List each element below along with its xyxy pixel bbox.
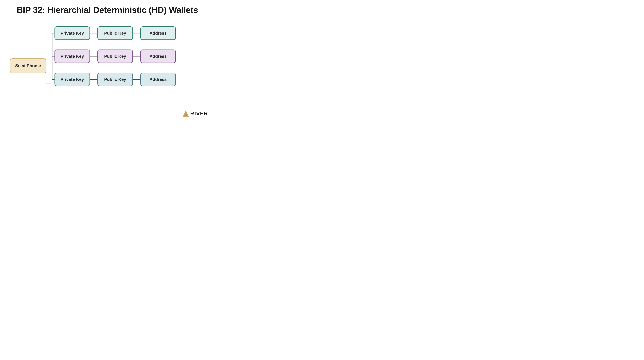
row1-address: Address (140, 26, 176, 40)
row3-private-key: Private Key (54, 73, 90, 86)
row1-private-key: Private Key (54, 26, 90, 40)
row3-public-key: Public Key (98, 73, 133, 86)
row2-private-key: Private Key (54, 49, 90, 63)
river-triangle-icon (183, 110, 189, 117)
row2-address: Address (140, 49, 176, 63)
row2-public-key: Public Key (98, 49, 133, 63)
row3-address: Address (140, 73, 176, 86)
seed-phrase-box: Seed Phrase (10, 58, 46, 73)
diagram-area: Seed Phrase Account #1 Account #2 Accoun… (0, 21, 215, 110)
seed-phrase-label: Seed Phrase (15, 63, 41, 68)
river-logo: RIVER (183, 110, 208, 117)
page-title: BIP 32: Hierarchial Deterministic (HD) W… (0, 0, 215, 15)
row1-public-key: Public Key (98, 26, 133, 40)
river-logo-text: RIVER (190, 111, 208, 117)
